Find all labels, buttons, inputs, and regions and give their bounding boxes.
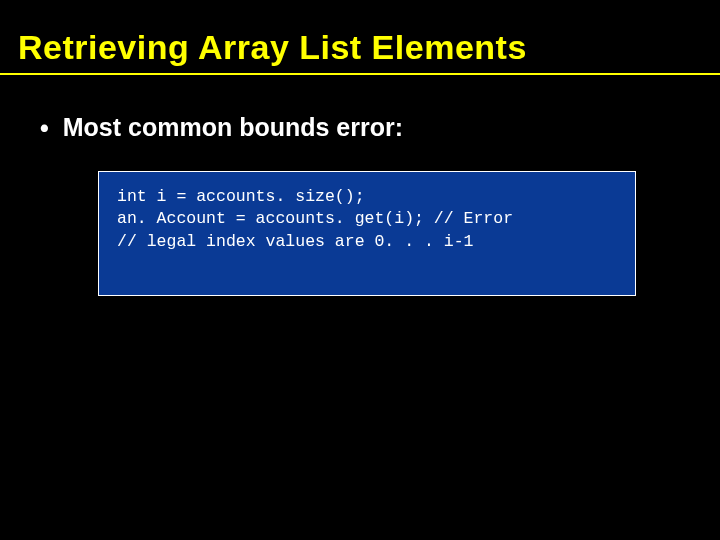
code-line-1: int i = accounts. size(); xyxy=(117,187,365,206)
code-content: int i = accounts. size(); an. Account = … xyxy=(117,186,617,253)
code-box: int i = accounts. size(); an. Account = … xyxy=(98,171,636,296)
slide: Retrieving Array List Elements • Most co… xyxy=(0,0,720,540)
slide-title: Retrieving Array List Elements xyxy=(0,0,720,73)
bullet-text: Most common bounds error: xyxy=(63,113,403,142)
bullet-dot-icon: • xyxy=(40,113,49,143)
slide-body: • Most common bounds error: int i = acco… xyxy=(0,75,720,296)
bullet-item: • Most common bounds error: xyxy=(40,113,680,143)
code-line-3: // legal index values are 0. . . i-1 xyxy=(117,232,473,251)
code-line-2: an. Account = accounts. get(i); // Error xyxy=(117,209,513,228)
